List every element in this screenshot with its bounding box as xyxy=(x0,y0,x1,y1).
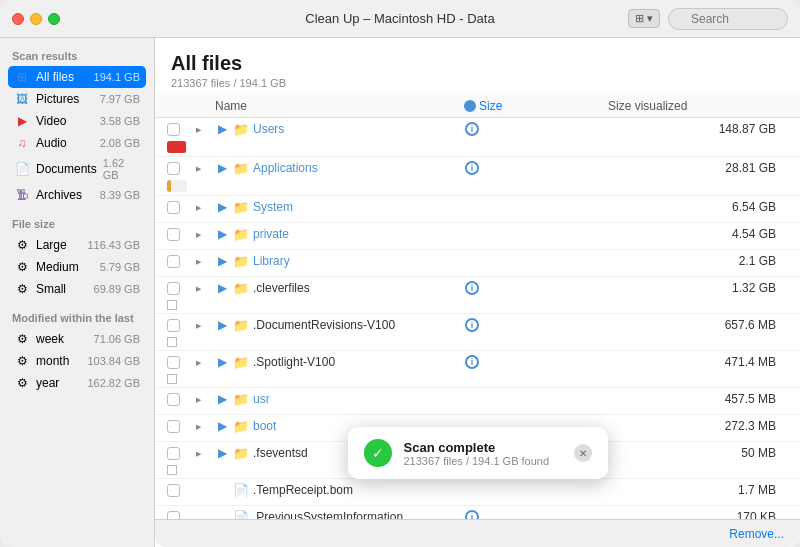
expand-button[interactable] xyxy=(191,254,205,268)
row-checkbox[interactable] xyxy=(167,319,180,332)
content-header: All files 213367 files / 194.1 GB xyxy=(155,38,800,95)
file-name-label: System xyxy=(253,200,293,214)
row-checkbox[interactable] xyxy=(167,228,180,241)
row-checkbox[interactable] xyxy=(167,447,180,460)
pictures-label: Pictures xyxy=(36,92,94,106)
scan-results-section: Scan results ⊞ All files 194.1 GB 🖼 Pict… xyxy=(8,50,146,206)
row-checkbox[interactable] xyxy=(167,356,180,369)
info-icon: i xyxy=(465,122,479,136)
table-row[interactable]: ▶ 📁 System 6.54 GB xyxy=(155,196,800,223)
close-button[interactable] xyxy=(12,13,24,25)
expand-button[interactable] xyxy=(191,392,205,406)
sidebar-item-year[interactable]: ⚙ year 162.82 GB xyxy=(8,372,146,394)
pictures-size: 7.97 GB xyxy=(100,93,140,105)
sidebar-item-medium[interactable]: ⚙ Medium 5.79 GB xyxy=(8,256,146,278)
file-size-value: 2.1 GB xyxy=(608,254,788,268)
expand-button[interactable] xyxy=(191,122,205,136)
sidebar-item-all-files[interactable]: ⊞ All files 194.1 GB xyxy=(8,66,146,88)
row-name: 📄 .PreviousSystemInformation xyxy=(215,510,460,519)
header-size-col[interactable]: Size xyxy=(464,99,604,113)
folder-icon: 📁 xyxy=(234,122,248,136)
view-toggle-button[interactable]: ⊞ ▾ xyxy=(628,9,660,28)
row-checkbox[interactable] xyxy=(167,511,180,520)
expand-button[interactable] xyxy=(191,227,205,241)
sidebar-item-week[interactable]: ⚙ week 71.06 GB xyxy=(8,328,146,350)
info-button[interactable]: i xyxy=(464,317,480,333)
video-size: 3.58 GB xyxy=(100,115,140,127)
info-placeholder xyxy=(464,199,480,215)
expand-button[interactable] xyxy=(191,446,205,460)
file-type-icon xyxy=(215,483,229,497)
row-checkbox[interactable] xyxy=(167,393,180,406)
table-row[interactable]: ▶ 📁 Applications i 28.81 GB xyxy=(155,157,800,196)
expand-button[interactable] xyxy=(191,161,205,175)
expand-button[interactable] xyxy=(191,355,205,369)
file-name-label: .fseventsd xyxy=(253,446,308,460)
modified-label: Modified within the last xyxy=(8,312,146,324)
row-checkbox[interactable] xyxy=(167,255,180,268)
file-name-label: .PreviousSystemInformation xyxy=(253,510,403,519)
file-name-label: Applications xyxy=(253,161,318,175)
file-name-label: boot xyxy=(253,419,276,433)
all-files-icon: ⊞ xyxy=(14,69,30,85)
info-button[interactable]: i xyxy=(464,160,480,176)
row-checkbox[interactable] xyxy=(167,123,180,136)
table-row[interactable]: 📄 .TempReceipt.bom 1.7 MB xyxy=(155,479,800,506)
sidebar-item-large[interactable]: ⚙ Large 116.43 GB xyxy=(8,234,146,256)
search-input[interactable] xyxy=(668,8,788,30)
table-row[interactable]: ▶ 📁 .Spotlight-V100 i 471.4 MB xyxy=(155,351,800,388)
file-type-icon: ▶ xyxy=(215,446,229,460)
expand-button[interactable] xyxy=(191,318,205,332)
sidebar-item-archives[interactable]: 🗜 Archives 8.39 GB xyxy=(8,184,146,206)
table-row[interactable]: ▶ 📁 private 4.54 GB xyxy=(155,223,800,250)
sidebar-item-month[interactable]: ⚙ month 103.84 GB xyxy=(8,350,146,372)
file-size-value: 170 KB xyxy=(608,510,788,519)
folder-icon: 📁 xyxy=(234,446,248,460)
video-label: Video xyxy=(36,114,94,128)
row-checkbox[interactable] xyxy=(167,484,180,497)
minimize-button[interactable] xyxy=(30,13,42,25)
table-row[interactable]: ▶ 📁 Users i 148.87 GB xyxy=(155,118,800,157)
maximize-button[interactable] xyxy=(48,13,60,25)
archives-size: 8.39 GB xyxy=(100,189,140,201)
sidebar-item-audio[interactable]: ♫ Audio 2.08 GB xyxy=(8,132,146,154)
info-button[interactable]: i xyxy=(464,509,480,519)
table-row[interactable]: ▶ 📁 .DocumentRevisions-V100 i 657.6 MB xyxy=(155,314,800,351)
expand-button[interactable] xyxy=(191,419,205,433)
row-checkbox[interactable] xyxy=(167,162,180,175)
file-size-value: 28.81 GB xyxy=(608,161,788,175)
file-name-label: .Spotlight-V100 xyxy=(253,355,335,369)
row-checkbox[interactable] xyxy=(167,420,180,433)
sidebar-item-video[interactable]: ▶ Video 3.58 GB xyxy=(8,110,146,132)
info-button[interactable]: i xyxy=(464,121,480,137)
table-row[interactable]: ▶ 📁 usr 457.5 MB xyxy=(155,388,800,415)
info-button[interactable]: i xyxy=(464,354,480,370)
size-bar-cell xyxy=(167,465,187,475)
row-checkbox[interactable] xyxy=(167,201,180,214)
sidebar-item-small[interactable]: ⚙ Small 69.89 GB xyxy=(8,278,146,300)
row-name: ▶ 📁 .cleverfiles xyxy=(215,281,460,295)
remove-button[interactable]: Remove... xyxy=(729,527,784,541)
header-visualized-col: Size visualized xyxy=(608,99,788,113)
sidebar-item-pictures[interactable]: 🖼 Pictures 7.97 GB xyxy=(8,88,146,110)
row-checkbox[interactable] xyxy=(167,282,180,295)
documents-icon: 📄 xyxy=(14,161,30,177)
toast-close-button[interactable]: ✕ xyxy=(574,444,592,462)
content-wrapper: Name Size Size visualized ▶ 📁 Users i 14… xyxy=(155,95,800,519)
file-name-label: Users xyxy=(253,122,284,136)
info-placeholder xyxy=(464,226,480,242)
medium-label: Medium xyxy=(36,260,94,274)
table-row[interactable]: ▶ 📁 Library 2.1 GB xyxy=(155,250,800,277)
table-row[interactable]: 📄 .PreviousSystemInformation i 170 KB xyxy=(155,506,800,519)
expand-button[interactable] xyxy=(191,281,205,295)
table-row[interactable]: ▶ 📁 .cleverfiles i 1.32 GB xyxy=(155,277,800,314)
week-size: 71.06 GB xyxy=(94,333,140,345)
file-name-label: private xyxy=(253,227,289,241)
folder-icon: 📄 xyxy=(234,483,248,497)
file-type-icon: ▶ xyxy=(215,122,229,136)
info-button[interactable]: i xyxy=(464,280,480,296)
sidebar-item-documents[interactable]: 📄 Documents 1.62 GB xyxy=(8,154,146,184)
folder-icon: 📁 xyxy=(234,318,248,332)
expand-button[interactable] xyxy=(191,200,205,214)
info-icon: i xyxy=(465,510,479,519)
